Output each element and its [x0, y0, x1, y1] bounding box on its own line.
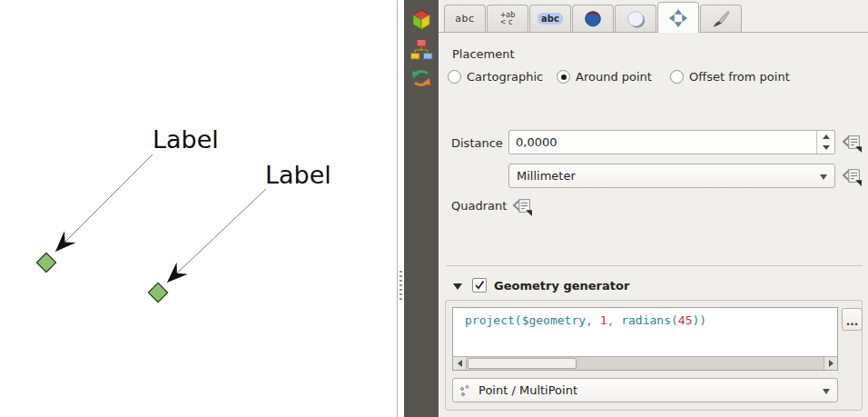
- scrollbar-thumb[interactable]: [468, 358, 577, 369]
- distance-data-defined-override-button[interactable]: [842, 132, 863, 153]
- spinner-buttons: [816, 131, 834, 154]
- expression-builder-button[interactable]: ...: [842, 308, 863, 331]
- radio-label: Cartographic: [467, 70, 543, 84]
- tab-rendering[interactable]: [700, 5, 742, 32]
- down-arrow-icon: [823, 145, 830, 150]
- tab-buffer[interactable]: abc: [529, 5, 571, 32]
- geometry-generator-title: Geometry generator: [494, 279, 629, 293]
- scroll-right-button[interactable]: [824, 357, 837, 370]
- styling-panel-icon-strip: [404, 0, 439, 417]
- tab-text[interactable]: abc: [444, 5, 486, 32]
- rendering-tab-icon: [711, 9, 731, 29]
- tab-background[interactable]: [572, 5, 614, 32]
- radio-offset-from-point[interactable]: Offset from point: [670, 70, 790, 84]
- qgis-label-settings-window: LabelLabel: [0, 0, 868, 417]
- chevron-down-icon: [820, 174, 827, 180]
- buffer-tab-icon: abc: [538, 13, 563, 25]
- formatting-tab-icon: +ab< c: [500, 12, 516, 26]
- map-canvas[interactable]: LabelLabel: [0, 0, 398, 417]
- expression-text: project($geometry, 1, radians(45)): [465, 313, 706, 327]
- geometry-type-combo[interactable]: Point / MultiPoint: [452, 378, 838, 402]
- distance-spinbox[interactable]: 0,0000: [508, 130, 835, 154]
- radio-circle: [448, 70, 461, 84]
- scroll-left-button[interactable]: [453, 357, 467, 370]
- data-defined-icon: [842, 165, 863, 186]
- point-geometry-icon: [459, 384, 471, 397]
- spin-up-button[interactable]: [817, 131, 834, 143]
- up-arrow-icon: [823, 134, 830, 139]
- unit-value: Millimeter: [517, 169, 576, 183]
- radio-around-point[interactable]: Around point: [557, 70, 652, 84]
- splitter-handle-dots: [399, 271, 402, 302]
- dock-splitter[interactable]: [398, 0, 404, 417]
- chevron-down-icon: [823, 389, 830, 394]
- distance-value: 0,0000: [516, 135, 557, 149]
- unit-data-defined-override-button[interactable]: [842, 165, 863, 186]
- right-arrow-icon: [829, 360, 833, 367]
- history-icon[interactable]: [409, 65, 434, 91]
- tabbar-baseline: [439, 32, 868, 33]
- svg-text:Label: Label: [265, 161, 331, 189]
- radio-cartographic[interactable]: Cartographic: [448, 70, 543, 84]
- data-defined-icon: [842, 132, 863, 153]
- geometry-generator-checkbox[interactable]: [472, 278, 487, 293]
- data-defined-icon: [512, 195, 533, 216]
- expression-editor[interactable]: project($geometry, 1, radians(45)): [452, 307, 838, 371]
- radio-label: Around point: [576, 70, 652, 84]
- placement-tab-icon: [668, 8, 688, 28]
- labeled-points-preview: LabelLabel: [0, 0, 397, 417]
- section-separator: [446, 265, 863, 266]
- checkmark-icon: [473, 279, 486, 292]
- distance-label: Distance: [451, 136, 503, 150]
- geometry-generator-groupbox: project($geometry, 1, radians(45)) ... P…: [445, 300, 863, 411]
- svg-text:Label: Label: [153, 125, 219, 154]
- editor-horizontal-scrollbar[interactable]: [453, 356, 837, 370]
- quadrant-label: Quadrant: [451, 199, 507, 213]
- quadrant-data-defined-override-button[interactable]: [512, 195, 533, 216]
- collapse-triangle-icon[interactable]: [453, 283, 462, 290]
- text-tab-icon: abc: [455, 13, 474, 25]
- tab-shadow[interactable]: [615, 5, 656, 32]
- spin-down-button[interactable]: [817, 143, 834, 154]
- background-tab-icon: [583, 9, 603, 29]
- label-settings-panel: abc +ab< c abc: [439, 0, 868, 417]
- shadow-tab-icon: [626, 9, 646, 29]
- distance-unit-combo[interactable]: Millimeter: [508, 164, 835, 188]
- radio-circle: [557, 70, 570, 84]
- tab-formatting[interactable]: +ab< c: [487, 5, 528, 32]
- placement-section-label: Placement: [452, 47, 515, 61]
- radio-label: Offset from point: [689, 70, 790, 84]
- left-arrow-icon: [458, 360, 462, 367]
- diagrams-icon[interactable]: [409, 36, 434, 62]
- label-settings-tabbar: abc +ab< c abc: [439, 0, 868, 33]
- geometry-type-value: Point / MultiPoint: [478, 383, 577, 397]
- symbology-icon[interactable]: [409, 7, 434, 33]
- radio-circle: [670, 70, 684, 84]
- tab-placement[interactable]: [657, 2, 699, 33]
